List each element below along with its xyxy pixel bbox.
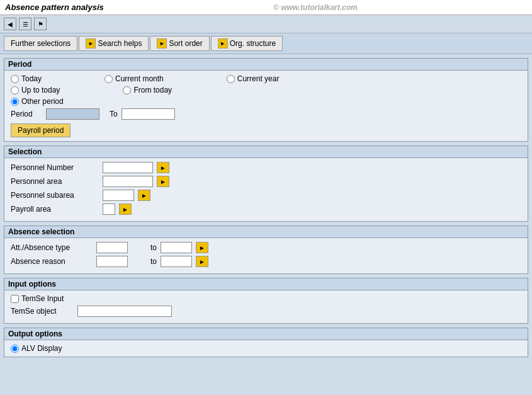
radio-current-month-input[interactable] bbox=[105, 75, 113, 83]
period-to-label: To bbox=[110, 110, 118, 118]
settings-icon[interactable]: ☰ bbox=[19, 18, 31, 30]
payroll-period-button[interactable]: Payroll period bbox=[11, 123, 71, 137]
radio-current-month-label: Current month bbox=[115, 74, 164, 83]
radio-up-to-today[interactable]: Up to today bbox=[11, 86, 60, 94]
radio-today-label: Today bbox=[21, 74, 42, 83]
alv-display-radio[interactable] bbox=[11, 345, 19, 353]
radio-current-year-label: Current year bbox=[237, 74, 280, 83]
absence-reason-label: Absence reason bbox=[11, 257, 93, 266]
tab-org-structure[interactable]: ► Org. structure bbox=[211, 36, 283, 51]
radio-up-to-today-label: Up to today bbox=[21, 86, 60, 94]
period-to-input[interactable]: 07.06.2018 bbox=[122, 108, 175, 120]
period-from-label: Period bbox=[11, 110, 42, 118]
output-options-body: ALV Display bbox=[4, 340, 528, 357]
radio-current-month[interactable]: Current month bbox=[105, 74, 164, 83]
tab-search-helps[interactable]: ► Search helps bbox=[79, 36, 149, 51]
absence-type-label: Att./Absence type bbox=[11, 243, 93, 252]
output-options-section: Output options ALV Display bbox=[4, 328, 528, 357]
period-section: Period Today Current month Current year bbox=[4, 58, 528, 142]
watermark: © www.tutorialkart.com bbox=[104, 3, 527, 12]
input-options-section: Input options TemSe Input TemSe object bbox=[4, 278, 528, 324]
personnel-number-input[interactable] bbox=[103, 162, 153, 173]
tab-search-helps-label: Search helps bbox=[98, 39, 142, 48]
tab-org-structure-label: Org. structure bbox=[230, 39, 276, 48]
radio-from-today[interactable]: From today bbox=[123, 86, 172, 94]
absence-reason-from-input[interactable] bbox=[96, 256, 128, 267]
temse-object-label: TemSe object bbox=[11, 307, 74, 316]
radio-today-input[interactable] bbox=[11, 75, 19, 83]
radio-other-period-input[interactable] bbox=[11, 98, 19, 106]
period-from-input[interactable]: 07.06.2017 bbox=[46, 108, 99, 120]
payroll-area-label: Payroll area bbox=[11, 205, 99, 214]
radio-current-year[interactable]: Current year bbox=[227, 74, 280, 83]
radio-up-to-today-input[interactable] bbox=[11, 86, 19, 94]
personnel-subarea-arrow[interactable]: ► bbox=[138, 190, 150, 201]
selection-body: Personnel Number ► Personnel area ► Pers… bbox=[4, 158, 528, 221]
field-row-personnel-number: Personnel Number ► bbox=[11, 162, 521, 173]
period-row-2: Up to today From today bbox=[11, 86, 521, 94]
personnel-area-input[interactable] bbox=[103, 176, 153, 187]
absence-reason-to-input[interactable] bbox=[161, 256, 192, 267]
temse-object-row: TemSe object bbox=[11, 306, 521, 317]
main-content: Period Today Current month Current year bbox=[0, 54, 532, 361]
personnel-area-arrow[interactable]: ► bbox=[157, 176, 169, 187]
radio-other-period-label: Other period bbox=[21, 97, 64, 106]
nav-tabs: Further selections ► Search helps ► Sort… bbox=[0, 33, 532, 54]
payroll-area-input[interactable] bbox=[103, 203, 115, 215]
radio-other-period[interactable]: Other period bbox=[11, 97, 64, 106]
payroll-area-arrow[interactable]: ► bbox=[119, 203, 132, 215]
field-row-personnel-area: Personnel area ► bbox=[11, 176, 521, 187]
absence-type-arrow[interactable]: ► bbox=[196, 242, 208, 253]
absence-section: Absence selection Att./Absence type to ►… bbox=[4, 226, 528, 274]
absence-reason-row: Absence reason to ► bbox=[11, 256, 521, 267]
absence-type-row: Att./Absence type to ► bbox=[11, 242, 521, 253]
tab-further-selections-label: Further selections bbox=[11, 39, 71, 48]
tab-org-structure-arrow: ► bbox=[218, 38, 228, 49]
radio-from-today-label: From today bbox=[133, 86, 172, 94]
selection-header: Selection bbox=[4, 146, 528, 158]
temse-input-label: TemSe Input bbox=[21, 294, 64, 303]
absence-type-to-input[interactable] bbox=[161, 242, 192, 253]
page-title: Absence pattern analysis bbox=[5, 3, 104, 12]
output-options-header: Output options bbox=[4, 328, 528, 340]
alv-display-row[interactable]: ALV Display bbox=[11, 344, 521, 353]
input-options-body: TemSe Input TemSe object bbox=[4, 290, 528, 323]
personnel-subarea-input[interactable] bbox=[103, 190, 134, 201]
absence-body: Att./Absence type to ► Absence reason to… bbox=[4, 238, 528, 273]
period-date-row: Period 07.06.2017 To 07.06.2018 bbox=[11, 108, 521, 120]
bookmark-icon[interactable]: ⚑ bbox=[34, 18, 47, 30]
personnel-number-label: Personnel Number bbox=[11, 163, 99, 172]
personnel-number-arrow[interactable]: ► bbox=[157, 162, 169, 173]
alv-display-label: ALV Display bbox=[21, 344, 62, 353]
tab-search-helps-arrow: ► bbox=[86, 38, 96, 49]
toolbar: ◀ ☰ ⚑ bbox=[0, 15, 532, 33]
temse-input-checkbox[interactable] bbox=[11, 295, 19, 303]
personnel-subarea-label: Personnel subarea bbox=[11, 191, 99, 200]
field-row-payroll-area: Payroll area ► bbox=[11, 203, 521, 215]
tab-sort-order[interactable]: ► Sort order bbox=[150, 36, 209, 51]
absence-reason-arrow[interactable]: ► bbox=[196, 256, 208, 267]
temse-object-input[interactable] bbox=[77, 306, 172, 317]
selection-section: Selection Personnel Number ► Personnel a… bbox=[4, 146, 528, 222]
absence-reason-to-label: to bbox=[150, 257, 157, 266]
period-body: Today Current month Current year Up to t… bbox=[4, 71, 528, 141]
field-row-personnel-subarea: Personnel subarea ► bbox=[11, 190, 521, 201]
tab-sort-order-label: Sort order bbox=[169, 39, 202, 48]
absence-header: Absence selection bbox=[4, 226, 528, 238]
period-row-3: Other period bbox=[11, 97, 521, 106]
title-bar: Absence pattern analysis © www.tutorialk… bbox=[0, 0, 532, 15]
tab-further-selections[interactable]: Further selections bbox=[4, 36, 77, 51]
temse-input-row: TemSe Input bbox=[11, 294, 521, 303]
absence-type-to-label: to bbox=[150, 243, 157, 252]
period-row-1: Today Current month Current year bbox=[11, 74, 521, 83]
back-icon[interactable]: ◀ bbox=[4, 18, 16, 30]
period-header: Period bbox=[4, 59, 528, 71]
input-options-header: Input options bbox=[4, 278, 528, 290]
radio-current-year-input[interactable] bbox=[227, 75, 235, 83]
tab-sort-order-arrow: ► bbox=[157, 38, 167, 49]
absence-type-from-input[interactable] bbox=[96, 242, 128, 253]
radio-today[interactable]: Today bbox=[11, 74, 42, 83]
radio-from-today-input[interactable] bbox=[123, 86, 131, 94]
personnel-area-label: Personnel area bbox=[11, 177, 99, 186]
